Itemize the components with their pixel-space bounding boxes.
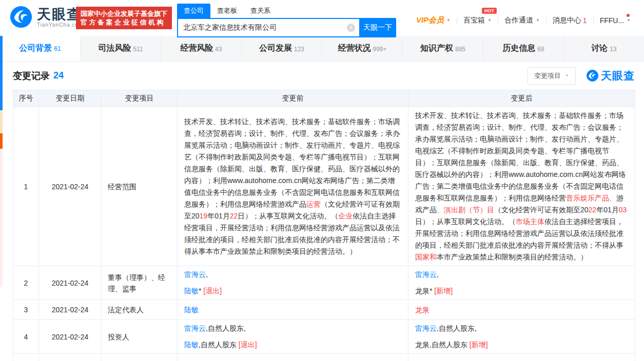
header-after: 变更后 — [408, 90, 635, 107]
person-link[interactable]: 陆敏 — [184, 287, 199, 295]
row-no: 1 — [13, 107, 39, 266]
tianyancha-logo-icon — [586, 69, 599, 82]
side-widget-segment-4[interactable] — [0, 149, 3, 287]
diff-text: [退出] — [239, 340, 257, 349]
search-area: 查公司 查老板 查关系 × 天眼一下 — [177, 4, 398, 37]
empty-cell — [102, 354, 178, 361]
tab-label: 公司背景 — [19, 43, 52, 54]
section-count: 24 — [53, 70, 64, 81]
diff-text: [退出] — [203, 287, 222, 295]
gov-badge-line2: 官方备案企业征信机构 — [81, 18, 167, 27]
tab-count: 511 — [133, 46, 143, 53]
side-widget-segment-2[interactable] — [0, 110, 3, 133]
row-date: 2021-02-24 — [39, 107, 102, 266]
tab-经营风险[interactable]: 经营风险43 — [161, 36, 241, 61]
diff-text: 03 — [619, 206, 627, 214]
tab-count: 61 — [54, 45, 61, 52]
nav-user-account[interactable]: FFFU... ▼ — [594, 16, 637, 25]
cell-line: 陆敏 — [184, 304, 401, 316]
tab-讨论[interactable]: 讨论13 — [563, 36, 644, 61]
cell-text: 日）；从事互联网文化活动。（ — [415, 217, 516, 226]
tab-公司背景[interactable]: 公司背景61 — [0, 36, 80, 61]
table-row — [13, 354, 635, 361]
cell-line: 龙泉,自然人股东 [新增] — [415, 339, 628, 351]
person-link[interactable]: 雷海云 — [415, 324, 437, 332]
notification-dot — [627, 14, 630, 17]
row-item: 经营范围 — [102, 107, 178, 266]
tab-count: 43 — [215, 46, 222, 53]
person-link[interactable]: 雷海云 — [184, 270, 206, 278]
person-link[interactable]: 陆敏 — [184, 340, 199, 349]
search-tab-relation[interactable]: 查关系 — [244, 4, 277, 18]
tab-label: 经营状况 — [338, 43, 370, 54]
cell-text: 技术开发、技术转让、技术咨询、技术服务；基础软件服务；市场调查，经济贸易咨询；设… — [184, 117, 400, 208]
row-before: 陆敏 — [178, 300, 408, 320]
chevron-down-icon: ▼ — [446, 18, 451, 23]
tab-label: 公司发展 — [259, 43, 292, 54]
person-link[interactable]: 陆敏 — [184, 306, 199, 314]
nav-message-center[interactable]: 消息中心 1 — [547, 16, 593, 25]
search-tab-company[interactable]: 查公司 — [177, 4, 210, 18]
diff-text: 龙泉 — [415, 306, 430, 314]
tab-count: 68 — [537, 46, 544, 53]
search-input[interactable] — [177, 18, 359, 37]
top-nav: VIP会员 ▼ 百宝箱 HOT ▼ 合作通道 ▼ 消息中心 1 FFFU... — [410, 15, 637, 25]
cell-text: 龙泉,自然人股东 — [415, 340, 470, 349]
tianyancha-logo[interactable]: 天眼查 TianYanCha.com — [9, 5, 83, 29]
empty-cell — [408, 354, 635, 361]
row-after: 雷海云,龙泉* [新增] — [408, 266, 635, 300]
search-button[interactable]: 天眼一下 — [359, 18, 396, 37]
cell-text: 日）；从事互联网文化活动。（ — [238, 212, 338, 220]
cell-text: * — [199, 287, 203, 295]
row-after: 龙泉 — [408, 300, 635, 320]
side-widget-segment-3[interactable] — [0, 133, 3, 149]
row-after: 技术开发、技术转让、技术咨询、技术服务；基础软件服务；市场调查，经济贸易咨询；设… — [408, 107, 635, 266]
tianyancha-logo-icon — [9, 5, 33, 29]
tab-历史信息[interactable]: 历史信息68 — [483, 36, 563, 61]
tab-count: 885 — [455, 46, 465, 53]
cell-text: 年01月 — [596, 206, 619, 214]
section-header: 变更记录 24 变更项目 ▼ 天眼查 — [0, 62, 644, 90]
hot-badge: HOT — [482, 8, 497, 14]
table-header-row: 序号 变更日期 变更项目 变更前 变更后 — [13, 90, 635, 107]
diff-text: 市场主体 — [516, 217, 544, 226]
company-tab-bar: 公司背景61司法风险511经营风险43公司发展123经营状况999+知识产权88… — [0, 36, 644, 62]
diff-text: [新增] — [470, 340, 488, 349]
cell-line: 陆敏,自然人股东 [退出] — [184, 339, 401, 351]
side-widget-segment-1[interactable] — [0, 36, 3, 110]
cell-text: ,自然人股东 — [199, 340, 239, 349]
nav-cooperation[interactable]: 合作通道 ▼ — [498, 16, 546, 25]
tab-司法风险[interactable]: 司法风险511 — [80, 36, 161, 61]
tab-知识产权[interactable]: 知识产权885 — [402, 36, 483, 61]
cell-text: 龙泉* — [415, 287, 434, 295]
clear-search-icon[interactable]: × — [347, 24, 355, 32]
search-tab-boss[interactable]: 查老板 — [210, 4, 244, 18]
person-link[interactable]: 雷海云 — [415, 270, 437, 278]
gov-badge-line1: 国家中小企业发展子基金旗下 — [81, 9, 167, 18]
chevron-down-icon: ▼ — [536, 18, 540, 23]
nav-toolbox[interactable]: 百宝箱 HOT ▼ — [457, 16, 498, 25]
row-item: 法定代表人 — [102, 300, 178, 320]
change-item-filter-dropdown[interactable]: 变更项目 ▼ — [528, 67, 576, 85]
diff-text: 国家和 — [415, 253, 437, 261]
tab-经营状况[interactable]: 经营状况999+ — [322, 36, 402, 61]
cell-line: 龙泉* [新增] — [415, 285, 628, 297]
tab-count: 999+ — [373, 46, 386, 53]
cell-text: , — [206, 270, 208, 278]
row-no: 4 — [13, 320, 39, 354]
empty-cell — [39, 354, 102, 361]
table-row: 32021-02-24法定代表人陆敏龙泉 — [13, 300, 635, 320]
row-before: 雷海云,自然人股东,陆敏,自然人股东 [退出] — [178, 320, 408, 354]
diff-text: [新增] — [434, 287, 453, 295]
header-before: 变更前 — [178, 90, 408, 107]
section-title: 变更记录 — [13, 70, 50, 82]
row-date: 2021-02-24 — [39, 320, 102, 354]
cell-text: 年01月 — [207, 212, 230, 220]
row-date: 2021-02-24 — [39, 300, 102, 320]
tianyancha-watermark: 天眼查 — [586, 69, 635, 83]
nav-vip[interactable]: VIP会员 ▼ — [410, 15, 457, 25]
person-link[interactable]: 雷海云 — [184, 324, 206, 332]
header-item: 变更项目 — [102, 90, 178, 107]
tab-公司发展[interactable]: 公司发展123 — [241, 36, 322, 61]
row-no: 2 — [13, 266, 39, 300]
